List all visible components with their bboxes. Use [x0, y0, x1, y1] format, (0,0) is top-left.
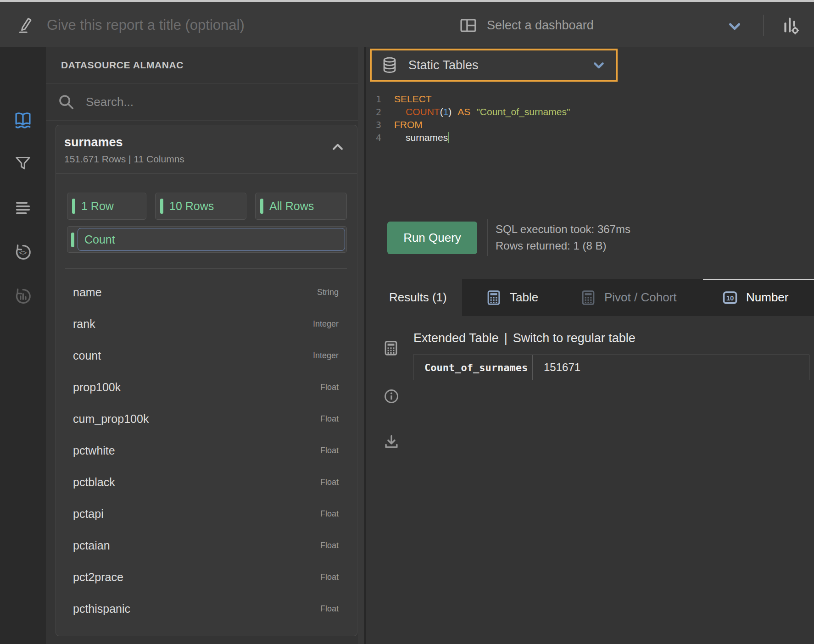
column-row[interactable]: name String	[56, 277, 357, 308]
chevron-up-icon[interactable]	[329, 139, 346, 155]
column-name: pct2prace	[73, 571, 123, 584]
tab-table[interactable]: Table	[485, 279, 538, 316]
sql-keyword: SELECT	[394, 94, 432, 105]
text-cursor	[448, 132, 449, 143]
column-row[interactable]: pctblack Float	[56, 466, 357, 498]
column-type: Float	[320, 604, 339, 614]
column-name: pctwhite	[73, 444, 115, 457]
query-history-icon[interactable]: <>	[13, 242, 33, 262]
line-number: 3	[366, 119, 381, 130]
column-type: Float	[320, 446, 339, 455]
column-row[interactable]: cum_prop100k Float	[56, 403, 357, 435]
rows-returned: Rows returned: 1 (8 B)	[496, 238, 630, 254]
preview-buttons-row: 1 Row 10 Rows All Rows	[67, 193, 347, 220]
tab-number[interactable]: 10 Number	[721, 279, 788, 316]
chevron-down-icon	[591, 57, 607, 73]
search-input[interactable]	[85, 94, 305, 110]
column-type: Integer	[313, 319, 339, 329]
column-name: pctapi	[73, 507, 104, 521]
report-title-input[interactable]	[46, 13, 376, 38]
sql-keyword: FROM	[394, 119, 423, 130]
table-grid-icon[interactable]	[382, 339, 400, 357]
sql-number: 1	[443, 106, 449, 117]
tab-pivot-cohort-label: Pivot / Cohort	[604, 290, 677, 305]
column-type: String	[317, 288, 339, 297]
table-mode-current: Extended Table	[413, 331, 499, 345]
report-editor-screen: Select a dashboard	[0, 0, 814, 644]
left-panel-scrollbar-track[interactable]	[358, 47, 364, 644]
datasource-search-row	[46, 83, 358, 121]
switch-to-regular-table-link[interactable]: Switch to regular table	[513, 331, 636, 345]
preview-all-rows-button[interactable]: All Rows	[255, 193, 347, 220]
result-table: Count_of_surnames 151671	[413, 355, 809, 380]
column-row[interactable]: prop100k Float	[56, 372, 357, 403]
column-type: Integer	[313, 351, 339, 361]
sql-string: "Count_of_surnames"	[476, 106, 570, 117]
topbar-divider	[763, 15, 764, 36]
tab-results[interactable]: Results (1)	[366, 279, 462, 316]
column-row[interactable]: rank Integer	[56, 308, 357, 340]
surnames-table-card: surnames 151.671 Rows | 11 Columns 1 Row…	[56, 125, 357, 636]
preview-1-row-button[interactable]: 1 Row	[67, 193, 146, 220]
report-history-icon[interactable]	[13, 286, 33, 306]
table-mode-row: Extended Table|Switch to regular table	[413, 331, 636, 345]
datasource-dropdown-label: Static Tables	[408, 58, 479, 72]
pivot-grid-icon	[580, 289, 597, 306]
datasource-dropdown[interactable]: Static Tables	[370, 49, 618, 82]
tab-pivot-cohort[interactable]: Pivot / Cohort	[580, 279, 677, 316]
preview-10-rows-button[interactable]: 10 Rows	[155, 193, 246, 220]
chevron-down-icon[interactable]	[726, 17, 743, 35]
svg-text:<>: <>	[19, 249, 27, 256]
count-button[interactable]: Count	[67, 226, 347, 253]
tab-results-label: Results (1)	[389, 290, 447, 305]
execution-stats: SQL execution took: 367ms Rows returned:…	[496, 221, 630, 254]
table-grid-icon	[485, 289, 502, 306]
filters-funnel-icon[interactable]	[13, 153, 33, 173]
sql-line: 3 FROM	[366, 118, 814, 131]
preview-all-rows-label: All Rows	[269, 200, 314, 213]
table-meta: 151.671 Rows | 11 Columns	[64, 154, 184, 165]
tab-number-label: Number	[746, 290, 788, 305]
card-divider	[65, 268, 347, 269]
execution-time: SQL execution took: 367ms	[496, 221, 630, 238]
column-row[interactable]: pcthispanic Float	[56, 593, 357, 625]
column-row[interactable]: count Integer	[56, 340, 357, 372]
column-row[interactable]: pctwhite Float	[56, 435, 357, 466]
svg-text:10: 10	[726, 294, 734, 301]
stats-divider	[487, 219, 488, 256]
search-icon	[57, 93, 75, 111]
chart-settings-icon[interactable]	[780, 15, 801, 36]
result-value: 151671	[533, 355, 809, 380]
column-name: pctblack	[73, 476, 115, 489]
sql-keyword: AS	[457, 106, 470, 117]
download-icon[interactable]	[383, 433, 400, 450]
sql-line: 4 surnames	[366, 131, 814, 144]
view-tabstrip: Table Pivot / Cohort 1	[462, 279, 814, 316]
active-tab-indicator	[703, 279, 814, 280]
run-query-button[interactable]: Run Query	[387, 222, 477, 254]
datasource-panel-title: DATASOURCE ALMANAC	[61, 60, 184, 71]
green-accent-bar	[260, 199, 263, 214]
column-name: name	[73, 286, 102, 299]
column-name: rank	[73, 317, 95, 331]
dashboard-icon	[459, 16, 478, 35]
column-type: Float	[320, 383, 339, 392]
column-row[interactable]: pctaian Float	[56, 530, 357, 561]
datasource-book-icon[interactable]	[13, 110, 33, 130]
column-row[interactable]: pct2prace Float	[56, 561, 357, 593]
table-mode-separator: |	[504, 331, 507, 345]
sql-editor[interactable]: 1 SELECT 2 COUNT(1)AS"Count_of_surnames"…	[366, 93, 814, 144]
fields-list-icon[interactable]	[13, 198, 33, 218]
info-icon[interactable]	[383, 388, 400, 405]
column-name: cum_prop100k	[73, 412, 149, 426]
card-header-divider	[56, 173, 357, 174]
datasource-panel-header: DATASOURCE ALMANAC	[46, 47, 358, 83]
columns-list: name String rank Integer count Integer p…	[56, 277, 357, 625]
dashboard-selector[interactable]: Select a dashboard	[459, 12, 594, 39]
tab-table-label: Table	[510, 290, 538, 305]
column-row[interactable]: pctapi Float	[56, 498, 357, 530]
table-name: surnames	[64, 135, 123, 150]
sql-line: 1 SELECT	[366, 93, 814, 105]
green-accent-bar	[72, 199, 75, 214]
sql-paren: (	[440, 106, 443, 117]
